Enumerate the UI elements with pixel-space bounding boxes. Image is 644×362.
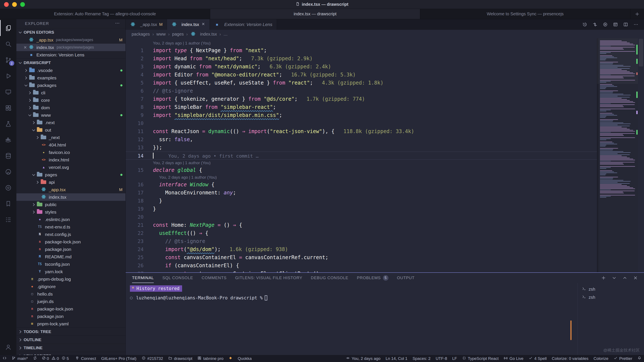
- database-icon[interactable]: [0, 148, 16, 164]
- more-icon[interactable]: [631, 20, 640, 29]
- panel-tab[interactable]: OUTPUT: [397, 273, 415, 283]
- testing-icon[interactable]: [0, 116, 16, 132]
- tree-item[interactable]: <>index.html: [16, 156, 126, 164]
- remote-icon[interactable]: [0, 84, 16, 100]
- tree-item[interactable]: ◆.gitignore: [16, 283, 126, 290]
- preview-icon[interactable]: [611, 20, 620, 29]
- codelens-text[interactable]: You, 2 days ago | 1 author (You): [153, 40, 210, 46]
- tree-item[interactable]: public: [16, 201, 126, 208]
- tree-item[interactable]: cli: [16, 89, 126, 96]
- code-line[interactable]: 13});: [126, 144, 597, 152]
- tree-item[interactable]: core: [16, 96, 126, 104]
- panel-tab[interactable]: GITLENS: VISUAL FILE HISTORY: [235, 273, 302, 283]
- tree-item[interactable]: api: [16, 178, 126, 186]
- run-icon[interactable]: [600, 20, 610, 29]
- split-icon[interactable]: [621, 20, 630, 29]
- code-area[interactable]: You, 2 days ago | 1 author (You)1import …: [126, 38, 597, 272]
- panel-tab[interactable]: SQL CONSOLE: [162, 273, 193, 283]
- status-item-tabnine-pro[interactable]: tabnine pro: [195, 355, 226, 362]
- scm-icon[interactable]: 2: [0, 52, 16, 68]
- tree-item[interactable]: out: [16, 126, 126, 134]
- sidebar-section-timeline[interactable]: TIMELINE: [16, 344, 126, 352]
- codelens-text[interactable]: You, 2 days ago | 1 author (You): [153, 160, 210, 166]
- open-editor-item[interactable]: index.tsxpackages/www/pages: [16, 44, 126, 51]
- codelens-row[interactable]: You, 2 days ago | 1 author (You): [126, 160, 597, 166]
- tree-item[interactable]: _next: [16, 134, 126, 141]
- chevdown-icon[interactable]: [610, 274, 619, 282]
- tree-item[interactable]: npackage-lock.json: [16, 238, 126, 246]
- terminal-output[interactable]: *History restored luzhenqian@luzhenqians…: [126, 283, 578, 355]
- tree-item[interactable]: index.tsx: [16, 193, 126, 201]
- account-icon[interactable]: [0, 339, 16, 355]
- tree-item[interactable]: npackage.json: [16, 312, 126, 320]
- breadcrumb-item[interactable]: www: [156, 32, 166, 37]
- history-icon[interactable]: [580, 20, 590, 29]
- window-tab[interactable]: Welcome to Settings Sync — presencejs: [420, 9, 630, 19]
- tree-item[interactable]: www: [16, 111, 126, 119]
- code-line[interactable]: 16 interface Window {: [126, 180, 597, 189]
- tree-item[interactable]: ▢juejin.ds: [16, 298, 126, 305]
- sidebar-section-npm-scripts[interactable]: NPM SCRIPTS: [16, 352, 126, 355]
- status-item-drawscript[interactable]: drawscript: [166, 355, 195, 362]
- debug-icon[interactable]: [0, 68, 16, 84]
- gitlens-icon[interactable]: [0, 180, 16, 196]
- code-line[interactable]: 17 MonacoEnvironment: any;: [126, 189, 597, 197]
- bookmark-icon[interactable]: [0, 196, 16, 212]
- status-item-utf-8[interactable]: UTF-8: [433, 355, 450, 362]
- status-item-bell[interactable]: [635, 355, 644, 362]
- window-tab[interactable]: index.tsx — drawscript: [210, 9, 420, 19]
- tree-item[interactable]: styles: [16, 208, 126, 216]
- code-line[interactable]: 3import dynamic from "next/dynamic";6.3k…: [126, 62, 597, 71]
- code-line[interactable]: 2import Head from "next/head";7.3k (gzip…: [126, 54, 597, 62]
- tree-item[interactable]: Nnext.config.js: [16, 230, 126, 238]
- tree-item[interactable]: .next: [16, 119, 126, 126]
- code-line[interactable]: 21const Home: NextPage = () ⇒ {: [126, 221, 597, 229]
- open-editor-item[interactable]: _app.tsxpackages/www/pagesM: [16, 36, 126, 44]
- tree-item[interactable]: TSnext-env.d.ts: [16, 223, 126, 230]
- explorer-icon[interactable]: [0, 20, 16, 36]
- code-line[interactable]: 10: [126, 119, 597, 127]
- status-item-go-live[interactable]: Go Live: [501, 355, 526, 362]
- tree-item[interactable]: MREADME.md: [16, 253, 126, 260]
- tree-item[interactable]: dom: [16, 104, 126, 111]
- tree-item[interactable]: TStsconfig.json: [16, 260, 126, 268]
- tree-item[interactable]: npackage.json: [16, 246, 126, 253]
- tree-item[interactable]: examples: [16, 74, 126, 82]
- zoom-window-button[interactable]: [20, 2, 25, 7]
- tree-icon[interactable]: [0, 212, 16, 228]
- status-item-lf[interactable]: LF: [450, 355, 459, 362]
- code-line[interactable]: 5import { useEffect, useRef, useState } …: [126, 79, 597, 87]
- status-item-diamond[interactable]: [226, 355, 235, 362]
- code-line[interactable]: 14You, 2 days ago • first commit …: [126, 152, 597, 160]
- editor-tab[interactable]: _app.tsxM: [126, 19, 167, 30]
- status-item-you-2-days-ago[interactable]: You, 2 days ago: [343, 355, 383, 362]
- close-icon[interactable]: [631, 274, 640, 282]
- status-item-colorize[interactable]: Colorize: [591, 355, 611, 362]
- terminal-instance[interactable]: zsh: [578, 285, 644, 293]
- docker-icon[interactable]: [0, 132, 16, 148]
- openchanges-icon[interactable]: [590, 20, 600, 29]
- more-actions-icon[interactable]: [115, 21, 120, 27]
- panel-tab[interactable]: TERMINAL: [132, 273, 154, 283]
- breadcrumb-item[interactable]: …: [224, 32, 228, 37]
- scrollbar-thumb[interactable]: [639, 39, 643, 66]
- sidebar-section-outline[interactable]: OUTLINE: [16, 336, 126, 344]
- code-line[interactable]: 19}: [126, 205, 597, 213]
- breadcrumb-item[interactable]: pages: [172, 32, 184, 37]
- minimize-window-button[interactable]: [12, 2, 17, 7]
- code-line[interactable]: 26 if (canvasContainerEl) {: [126, 262, 597, 270]
- tree-item[interactable]: pages: [16, 171, 126, 178]
- tree-item[interactable]: ⊞pnpm-lock.yaml: [16, 320, 126, 328]
- status-item-spaces-2[interactable]: Spaces: 2: [410, 355, 433, 362]
- breadcrumb[interactable]: packages›www›pages›index.tsx›…: [126, 30, 644, 38]
- tree-item[interactable]: ◆.eslintrc.json: [16, 216, 126, 223]
- status-item-4-spell[interactable]: 4 Spell: [526, 355, 549, 362]
- tree-item[interactable]: _app.tsxM: [16, 186, 126, 193]
- tree-item[interactable]: ▢hello.ds: [16, 290, 126, 298]
- status-item-connect[interactable]: Connect: [72, 355, 98, 362]
- extensions-icon[interactable]: [0, 100, 16, 116]
- tree-item[interactable]: ≡.pnpm-debug.log: [16, 275, 126, 283]
- chevup-icon[interactable]: [620, 274, 630, 282]
- tree-item[interactable]: ▲vercel.svg: [16, 164, 126, 171]
- panel-tab[interactable]: COMMENTS: [202, 273, 226, 283]
